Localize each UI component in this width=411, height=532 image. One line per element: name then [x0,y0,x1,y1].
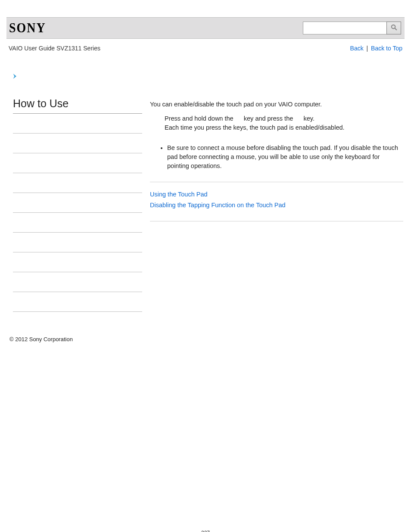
search-input[interactable] [303,22,387,34]
sidebar-item[interactable] [13,258,142,272]
page-number: 227 [0,530,411,532]
nav-separator: | [365,45,370,52]
main-content: You can enable/disable the touch pad on … [135,97,411,312]
key-gap-1 [235,115,242,122]
sidebar: How to Use [0,97,135,312]
divider [150,182,403,182]
note-bullet: Be sure to connect a mouse before disabl… [167,143,403,171]
sidebar-title: How to Use [13,97,142,114]
sidebar-item[interactable] [13,219,142,233]
sidebar-item[interactable] [13,179,142,193]
search-icon [390,24,398,33]
sidebar-item[interactable] [13,278,142,292]
sidebar-item[interactable] [13,159,142,173]
intro-text: You can enable/disable the touch pad on … [150,100,403,109]
related-links: Using the Touch Pad Disabling the Tappin… [150,190,403,210]
sidebar-item[interactable] [13,199,142,213]
search-area [303,22,401,34]
step-line-2: Each time you press the keys, the touch … [165,123,403,132]
related-link-touch-pad[interactable]: Using the Touch Pad [150,190,403,199]
sidebar-item[interactable] [13,298,142,312]
step-block: Press and hold down the key and press th… [165,114,403,132]
step-line-1a: Press and hold down the [165,115,235,122]
sidebar-item[interactable] [13,120,142,134]
copyright: © 2012 Sony Corporation [9,336,73,342]
header-bar: SONY [6,17,405,39]
sidebar-item[interactable] [13,239,142,252]
chevron-row [11,72,411,82]
back-to-top-link[interactable]: Back to Top [371,45,402,52]
breadcrumb: VAIO User Guide SVZ1311 Series [9,45,100,52]
divider [150,221,403,221]
step-line-1: Press and hold down the key and press th… [165,114,403,123]
body: How to Use You can enable/disable the to… [0,97,411,312]
svg-point-0 [391,25,395,28]
back-link[interactable]: Back [350,45,364,52]
subheader: VAIO User Guide SVZ1311 Series Back | Ba… [9,45,402,52]
note-list: Be sure to connect a mouse before disabl… [150,143,403,171]
sidebar-item[interactable] [13,140,142,153]
related-link-tapping[interactable]: Disabling the Tapping Function on the To… [150,201,403,210]
nav-links: Back | Back to Top [350,45,402,52]
search-button[interactable] [386,22,401,34]
step-line-1b: key and press the [244,115,295,122]
svg-line-1 [395,28,396,30]
step-line-1c: key. [303,115,314,122]
chevron-right-icon [11,74,19,81]
sony-logo: SONY [9,20,46,35]
key-gap-2 [295,115,302,122]
